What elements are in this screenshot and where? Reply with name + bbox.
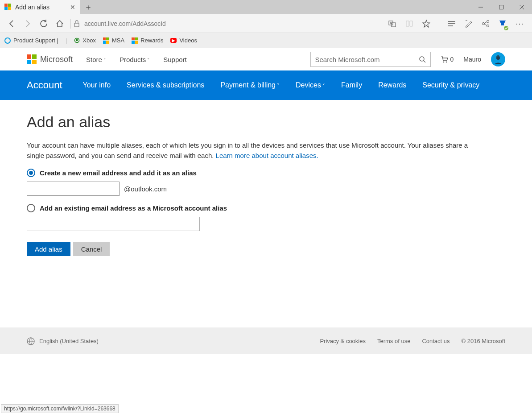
new-email-input[interactable] — [27, 182, 120, 196]
radio-unselected-icon[interactable] — [27, 204, 35, 212]
email-domain-suffix: @outlook.com — [124, 185, 167, 193]
favorites-star-icon[interactable] — [419, 16, 433, 32]
svg-point-22 — [496, 56, 500, 60]
toolbar-separator — [70, 19, 71, 29]
favorite-label: Rewards — [140, 37, 163, 44]
radio-selected-icon[interactable] — [27, 169, 35, 177]
browser-toolbar: account.live.com/AddAssocId A ⋯ — [0, 14, 532, 33]
microsoft-logo[interactable]: Microsoft — [27, 54, 73, 64]
option-label: Add an existing email address as a Micro… — [40, 204, 227, 212]
svg-point-12 — [483, 22, 485, 25]
account-nav: Account Your info Services & subscriptio… — [0, 70, 532, 100]
svg-rect-1 — [499, 5, 503, 9]
favorite-link[interactable]: ▶ Videos — [170, 37, 197, 44]
nav-store[interactable]: Store — [86, 56, 106, 63]
reading-list-icon[interactable] — [402, 16, 417, 32]
favorite-link[interactable]: MSA — [103, 37, 124, 44]
favorite-link[interactable]: Rewards — [132, 37, 163, 44]
tab-close-button[interactable]: ✕ — [66, 4, 75, 11]
favorite-label: Xbox — [82, 37, 96, 44]
option-create-new[interactable]: Create a new email address and add it as… — [27, 169, 505, 177]
home-button[interactable] — [52, 16, 68, 32]
nav-support[interactable]: Support — [163, 56, 187, 63]
refresh-button[interactable] — [36, 16, 52, 32]
add-alias-button[interactable]: Add alias — [27, 242, 70, 256]
svg-rect-4 — [74, 23, 79, 27]
hub-icon[interactable] — [445, 16, 459, 32]
site-header: Microsoft Store Products Support Search … — [0, 48, 532, 70]
cart-count: 0 — [450, 56, 454, 63]
svg-line-18 — [424, 61, 425, 62]
page-title: Add an alias — [27, 113, 505, 131]
new-tab-button[interactable]: ＋ — [80, 0, 96, 14]
xbox-icon: ⦿ — [74, 37, 80, 44]
tab-favicon — [4, 4, 12, 11]
main-content: Add an alias Your account can have multi… — [0, 100, 532, 274]
address-bar[interactable]: account.live.com/AddAssocId — [84, 20, 166, 27]
microsoft-icon — [27, 54, 37, 64]
nav-security[interactable]: Security & privacy — [422, 81, 479, 89]
avatar[interactable] — [491, 52, 505, 66]
cart-icon — [441, 55, 449, 63]
language-selector[interactable]: English (United States) — [39, 338, 99, 344]
more-menu-button[interactable]: ⋯ — [512, 16, 527, 32]
share-icon[interactable] — [478, 16, 493, 32]
toolbar-separator — [439, 19, 439, 29]
nav-products[interactable]: Products — [120, 56, 150, 63]
svg-point-13 — [487, 20, 489, 22]
favorites-separator: | — [66, 37, 67, 44]
microsoft-icon — [103, 37, 109, 44]
youtube-icon: ▶ — [170, 38, 177, 43]
close-window-button[interactable] — [511, 0, 532, 14]
nav-your-info[interactable]: Your info — [83, 81, 111, 89]
option-existing-email[interactable]: Add an existing email address as a Micro… — [27, 204, 505, 212]
notes-icon[interactable] — [462, 16, 476, 32]
status-bar: https://go.microsoft.com/fwlink/?LinkId=… — [1, 404, 119, 413]
page-description: Your account can have multiple aliases, … — [27, 141, 482, 161]
svg-line-16 — [484, 24, 487, 25]
option-label: Create a new email address and add it as… — [40, 169, 197, 177]
favorite-label: Videos — [179, 37, 197, 44]
back-button[interactable] — [4, 16, 20, 32]
nav-services[interactable]: Services & subscriptions — [127, 81, 204, 89]
search-input[interactable]: Search Microsoft.com — [310, 52, 431, 67]
learn-more-link[interactable]: Learn more about account aliases. — [216, 152, 318, 159]
svg-point-17 — [420, 57, 424, 61]
footer-terms-link[interactable]: Terms of use — [377, 338, 410, 344]
translate-icon[interactable]: A — [385, 16, 400, 32]
cart-button[interactable]: 0 — [441, 55, 454, 63]
microsoft-icon — [132, 37, 138, 44]
footer-contact-link[interactable]: Contact us — [422, 338, 450, 344]
brand-label: Microsoft — [40, 55, 73, 64]
favorite-link[interactable]: Product Support | — [4, 37, 58, 44]
browser-tab[interactable]: Add an alias ✕ — [0, 0, 80, 14]
forward-button[interactable] — [20, 16, 36, 32]
maximize-button[interactable] — [491, 0, 511, 14]
footer-privacy-link[interactable]: Privacy & cookies — [320, 338, 366, 344]
globe-icon — [27, 337, 35, 345]
search-placeholder: Search Microsoft.com — [315, 56, 380, 63]
extension-icon[interactable] — [495, 16, 510, 32]
favorite-link[interactable]: ⦿ Xbox — [74, 37, 96, 44]
nav-payment[interactable]: Payment & billing — [220, 81, 280, 89]
favorite-label: Product Support | — [13, 37, 58, 44]
favorite-label: MSA — [112, 37, 124, 44]
nav-devices[interactable]: Devices — [296, 81, 325, 89]
svg-text:A: A — [390, 21, 392, 25]
lock-icon — [74, 20, 80, 27]
svg-point-14 — [487, 25, 489, 27]
search-icon[interactable] — [419, 56, 426, 63]
account-nav-brand[interactable]: Account — [27, 79, 62, 91]
tab-title: Add an alias — [15, 4, 49, 11]
window-controls — [470, 0, 532, 14]
svg-point-20 — [445, 62, 447, 63]
username-label[interactable]: Mauro — [463, 56, 481, 63]
nav-family[interactable]: Family — [341, 81, 362, 89]
cancel-button[interactable]: Cancel — [73, 242, 110, 256]
site-footer: English (United States) Privacy & cookie… — [0, 327, 532, 354]
footer-copyright: © 2016 Microsoft — [462, 338, 505, 344]
dell-icon — [4, 37, 11, 44]
existing-email-input[interactable] — [27, 217, 200, 231]
minimize-button[interactable] — [470, 0, 491, 14]
nav-rewards[interactable]: Rewards — [378, 81, 406, 89]
